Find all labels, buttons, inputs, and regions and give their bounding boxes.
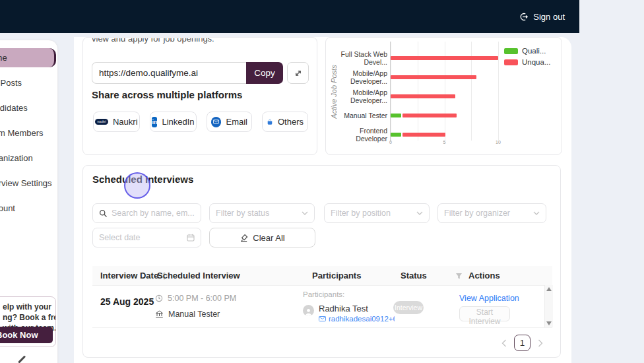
person-icon [304,308,313,316]
pagination: 1 [501,335,543,351]
legend-label: Unqua... [522,58,550,66]
chart-row: Manual Tester [331,106,498,125]
sidebar: Home Job Posts Candidates Team Members O… [0,40,58,363]
next-page-icon[interactable] [538,339,543,347]
legend-item: Quali... [504,47,550,55]
bar-segment [402,133,445,137]
email-icon [211,117,221,127]
sign-out-button[interactable]: Sign out [519,0,565,33]
search-input[interactable]: Search by name, em... [92,203,201,223]
chart-row: Mobile/AppDeveloper... [331,67,498,86]
share-naukri-button[interactable]: naukri Naukri [93,112,140,132]
interview-date: 25 Aug 2025 [100,296,154,307]
intro-text: view and apply for job openings. [92,38,214,45]
platform-buttons: naukri Naukri in LinkedIn Email [83,112,317,132]
linkedin-icon: in [152,117,157,127]
copy-button[interactable]: Copy [246,62,283,84]
start-interview-button[interactable]: Start Interview [459,306,510,321]
broom-icon [240,234,248,242]
participants-label: Participants: [303,290,344,298]
sidebar-item-team-members[interactable]: Team Members [0,123,56,143]
promo-card: elp with your ng? Book a free with our t… [0,296,56,347]
filter-status-select[interactable]: Filter by status [209,203,315,223]
filter-position-select[interactable]: Filter by position [324,203,430,223]
page-number[interactable]: 1 [514,335,531,351]
sidebar-item-account[interactable]: Account [0,198,56,218]
main-panel: view and apply for job openings. https:/… [74,37,571,363]
sign-out-label: Sign out [533,12,565,22]
chart-legend: Quali...Unqua... [504,47,550,69]
job-board-url-input[interactable]: https://demo.qualifyme.ai [92,62,246,84]
job-posts-chart-card: Active Job Posts 0510 Full Stack WebDeve… [325,37,562,155]
share-others-button[interactable]: Others [262,112,308,132]
page: Sign out Home Job Posts Candidates Team … [0,0,644,363]
chart-category-label: Mobile/AppDeveloper... [331,69,390,85]
share-email-button[interactable]: Email [207,112,252,132]
triangle-up-icon[interactable] [546,287,552,291]
book-now-button[interactable]: Book Now [0,327,53,343]
gridline [498,42,499,141]
expand-button[interactable] [287,62,309,84]
chart-row: FrontendDeveloper [331,125,498,144]
clear-all-button[interactable]: Clear All [209,228,315,248]
search-icon [99,209,108,218]
envelope-icon [319,316,326,321]
sidebar-item-interview-settings[interactable]: Interview Settings [0,173,56,193]
scheduled-interviews-title: Scheduled Interviews [92,174,193,185]
chart-rows: Full Stack WebDevel...Mobile/AppDevelope… [331,48,498,144]
chart-category-label: Mobile/AppDeveloper... [331,88,390,104]
share-heading: Share across multiple platforms [92,89,242,100]
bar-segment [391,133,401,137]
chevron-down-icon [302,211,308,215]
promo-text: ng? Book a free [3,312,51,323]
triangle-down-icon[interactable] [546,321,552,325]
table-header: Interview Date Scheduled Interview Parti… [92,266,552,286]
interview-position: Manual Tester [155,310,220,319]
naukri-icon: naukri [95,119,108,125]
sidebar-item-candidates[interactable]: Candidates [0,98,56,117]
chart-category-label: Manual Tester [331,112,390,119]
sidebar-item-organization[interactable]: Organization [0,148,56,168]
column-scheduled-interview: Scheduled Interview [157,266,240,285]
diagonal-arrows-icon [294,69,302,77]
legend-swatch [504,59,518,65]
topbar: Sign out [0,0,579,33]
share-card: view and apply for job openings. https:/… [82,37,317,155]
column-status: Status [401,266,427,285]
logout-icon [519,12,529,22]
participant-email[interactable]: radhikadesai0912+6@g [319,315,395,323]
bar-segment [391,114,401,117]
status-badge: Interview [393,301,424,314]
chevron-down-icon [533,211,540,215]
avatar [303,305,314,316]
bar-segment [391,56,498,60]
column-actions: Actions [468,266,500,285]
legend-item: Unqua... [504,58,550,66]
filter-funnel-icon[interactable] [455,273,463,280]
table-row: 25 Aug 2025 5:00 PM - 6:00 PM [92,285,552,328]
promo-text: elp with your [3,302,51,312]
share-linkedin-button[interactable]: in LinkedIn [150,112,197,132]
view-application-link[interactable]: View Application [459,294,519,303]
participant-name: Radhika Test [319,304,368,314]
filter-organizer-select[interactable]: Filter by organizer [437,203,546,223]
chart-category-label: Full Stack WebDevel... [331,50,390,66]
chart-row: Full Stack WebDevel... [331,48,498,67]
chart-category-label: FrontendDeveloper [331,127,390,143]
clock-icon [155,294,163,302]
bar-segment [391,75,476,79]
table-scrollbar[interactable] [544,285,553,327]
bar-segment [402,114,457,117]
column-participants: Participants [312,266,361,285]
sidebar-item-job-posts[interactable]: Job Posts [0,73,56,92]
bag-icon [267,117,273,127]
interview-time: 5:00 PM - 6:00 PM [155,294,236,303]
prev-page-icon[interactable] [501,339,507,347]
bank-icon [155,310,164,318]
chart-row: Mobile/AppDeveloper... [331,86,498,106]
bar-segment [391,94,455,98]
chevron-down-icon [416,211,423,215]
date-picker-input[interactable]: Select date [92,228,201,248]
legend-label: Quali... [522,47,546,55]
sidebar-item-home[interactable]: Home [0,48,56,67]
